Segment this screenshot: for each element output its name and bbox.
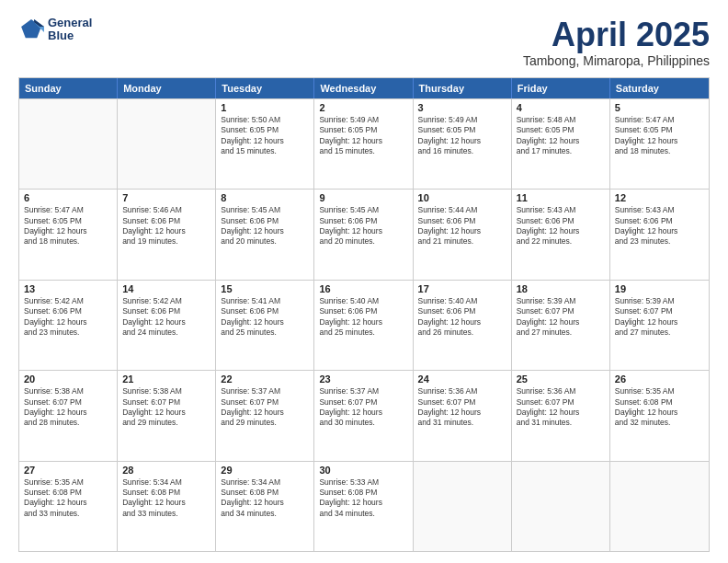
cell-info-line: and 33 minutes. xyxy=(122,509,210,519)
cell-info-line: and 25 minutes. xyxy=(319,327,407,338)
cal-cell-empty-4-4 xyxy=(414,462,512,551)
cell-info-line: Daylight: 12 hours xyxy=(615,136,704,146)
day-number: 5 xyxy=(615,102,704,113)
cell-info-line: Daylight: 12 hours xyxy=(517,226,605,236)
cell-info-line: Sunset: 6:08 PM xyxy=(24,488,112,498)
cell-info-line: and 27 minutes. xyxy=(517,327,605,338)
cal-cell-24: 24Sunrise: 5:36 AMSunset: 6:07 PMDayligh… xyxy=(414,371,512,460)
cal-cell-14: 14Sunrise: 5:42 AMSunset: 6:06 PMDayligh… xyxy=(118,281,216,370)
cell-info-line: Sunrise: 5:42 AM xyxy=(122,296,210,306)
title-block: April 2025 Tambong, Mimaropa, Philippine… xyxy=(523,17,710,68)
cell-info-line: Sunrise: 5:45 AM xyxy=(319,205,407,215)
cell-info-line: Sunrise: 5:50 AM xyxy=(221,115,309,125)
cell-info-line: Sunrise: 5:47 AM xyxy=(24,205,112,215)
cell-info-line: Sunset: 6:08 PM xyxy=(615,397,704,408)
cal-cell-30: 30Sunrise: 5:33 AMSunset: 6:08 PMDayligh… xyxy=(314,462,413,551)
logo-line1: General xyxy=(48,17,92,29)
cal-cell-26: 26Sunrise: 5:35 AMSunset: 6:08 PMDayligh… xyxy=(610,371,709,460)
cell-info-line: Sunrise: 5:45 AM xyxy=(221,205,309,215)
cell-info-line: Sunset: 6:06 PM xyxy=(24,306,112,316)
calendar-row-3: 20Sunrise: 5:38 AMSunset: 6:07 PMDayligh… xyxy=(19,370,709,460)
cell-info-line: Daylight: 12 hours xyxy=(221,408,309,418)
cell-info-line: Daylight: 12 hours xyxy=(319,498,407,508)
cell-info-line: Sunrise: 5:34 AM xyxy=(122,477,210,488)
cell-info-line: Sunset: 6:05 PM xyxy=(517,125,605,135)
cal-cell-12: 12Sunrise: 5:43 AMSunset: 6:06 PMDayligh… xyxy=(610,190,709,279)
logo-icon xyxy=(18,17,44,42)
cell-info-line: Sunset: 6:05 PM xyxy=(418,125,506,135)
calendar-header: SundayMondayTuesdayWednesdayThursdayFrid… xyxy=(19,78,709,98)
cell-info-line: Sunset: 6:07 PM xyxy=(517,306,605,316)
cell-info-line: and 29 minutes. xyxy=(221,418,309,428)
cell-info-line: Daylight: 12 hours xyxy=(24,498,112,508)
logo-line2: Blue xyxy=(48,29,92,42)
location: Tambong, Mimaropa, Philippines xyxy=(523,53,710,68)
cell-info-line: Sunrise: 5:41 AM xyxy=(221,296,309,306)
cell-info-line: and 30 minutes. xyxy=(319,418,407,428)
day-number: 9 xyxy=(319,192,407,203)
cell-info-line: and 21 minutes. xyxy=(418,236,506,247)
cal-cell-18: 18Sunrise: 5:39 AMSunset: 6:07 PMDayligh… xyxy=(512,281,610,370)
cell-info-line: Daylight: 12 hours xyxy=(418,226,506,236)
cal-cell-16: 16Sunrise: 5:40 AMSunset: 6:06 PMDayligh… xyxy=(314,281,413,370)
cell-info-line: and 20 minutes. xyxy=(319,236,407,247)
cell-info-line: Sunrise: 5:35 AM xyxy=(615,386,704,396)
cell-info-line: Sunrise: 5:37 AM xyxy=(319,386,407,396)
cell-info-line: Daylight: 12 hours xyxy=(221,498,309,508)
cell-info-line: Sunrise: 5:36 AM xyxy=(418,386,506,396)
cal-cell-4: 4Sunrise: 5:48 AMSunset: 6:05 PMDaylight… xyxy=(512,99,610,189)
cell-info-line: and 15 minutes. xyxy=(221,146,309,156)
cal-cell-9: 9Sunrise: 5:45 AMSunset: 6:06 PMDaylight… xyxy=(314,190,413,279)
cell-info-line: Daylight: 12 hours xyxy=(24,408,112,418)
cell-info-line: Daylight: 12 hours xyxy=(122,226,210,236)
cell-info-line: Daylight: 12 hours xyxy=(122,408,210,418)
cal-cell-3: 3Sunrise: 5:49 AMSunset: 6:05 PMDaylight… xyxy=(414,99,512,189)
day-number: 27 xyxy=(24,465,112,476)
day-number: 29 xyxy=(221,465,309,476)
cell-info-line: and 20 minutes. xyxy=(221,236,309,247)
day-number: 1 xyxy=(221,102,309,113)
day-number: 25 xyxy=(517,373,605,385)
day-number: 24 xyxy=(418,373,506,385)
cell-info-line: and 23 minutes. xyxy=(24,327,112,338)
cell-info-line: Sunset: 6:06 PM xyxy=(517,216,605,226)
cell-info-line: Sunset: 6:05 PM xyxy=(615,125,704,135)
cell-info-line: Daylight: 12 hours xyxy=(418,408,506,418)
cell-info-line: and 25 minutes. xyxy=(221,327,309,338)
day-header-sunday: Sunday xyxy=(19,78,118,98)
cell-info-line: and 23 minutes. xyxy=(615,236,704,247)
cal-cell-20: 20Sunrise: 5:38 AMSunset: 6:07 PMDayligh… xyxy=(19,371,118,460)
cal-cell-empty-4-5 xyxy=(512,462,610,551)
day-number: 26 xyxy=(615,373,704,385)
cal-cell-empty-0-1 xyxy=(118,99,216,189)
cell-info-line: Sunrise: 5:44 AM xyxy=(418,205,506,215)
cell-info-line: and 22 minutes. xyxy=(517,236,605,247)
calendar-row-2: 13Sunrise: 5:42 AMSunset: 6:06 PMDayligh… xyxy=(19,280,709,370)
cell-info-line: Sunset: 6:05 PM xyxy=(319,125,407,135)
cell-info-line: and 16 minutes. xyxy=(418,146,506,156)
cell-info-line: Daylight: 12 hours xyxy=(418,317,506,327)
cell-info-line: Sunrise: 5:34 AM xyxy=(221,477,309,488)
cell-info-line: and 28 minutes. xyxy=(24,418,112,428)
day-header-monday: Monday xyxy=(118,78,216,98)
cell-info-line: Sunrise: 5:48 AM xyxy=(517,115,605,125)
cal-cell-13: 13Sunrise: 5:42 AMSunset: 6:06 PMDayligh… xyxy=(19,281,118,370)
cell-info-line: Sunset: 6:08 PM xyxy=(122,488,210,498)
cell-info-line: Sunrise: 5:39 AM xyxy=(517,296,605,306)
cell-info-line: Sunset: 6:08 PM xyxy=(221,488,309,498)
cal-cell-15: 15Sunrise: 5:41 AMSunset: 6:06 PMDayligh… xyxy=(216,281,314,370)
day-number: 17 xyxy=(418,283,506,294)
cell-info-line: Sunrise: 5:43 AM xyxy=(517,205,605,215)
cell-info-line: Daylight: 12 hours xyxy=(221,136,309,146)
cell-info-line: Daylight: 12 hours xyxy=(319,136,407,146)
calendar-body: 1Sunrise: 5:50 AMSunset: 6:05 PMDaylight… xyxy=(19,98,709,551)
cell-info-line: Sunrise: 5:40 AM xyxy=(418,296,506,306)
cal-cell-22: 22Sunrise: 5:37 AMSunset: 6:07 PMDayligh… xyxy=(216,371,314,460)
cell-info-line: Sunset: 6:07 PM xyxy=(615,306,704,316)
cell-info-line: Sunrise: 5:37 AM xyxy=(221,386,309,396)
day-number: 7 xyxy=(122,192,210,203)
cell-info-line: Daylight: 12 hours xyxy=(221,317,309,327)
cal-cell-27: 27Sunrise: 5:35 AMSunset: 6:08 PMDayligh… xyxy=(19,462,118,551)
day-header-friday: Friday xyxy=(512,78,610,98)
day-number: 14 xyxy=(122,283,210,294)
